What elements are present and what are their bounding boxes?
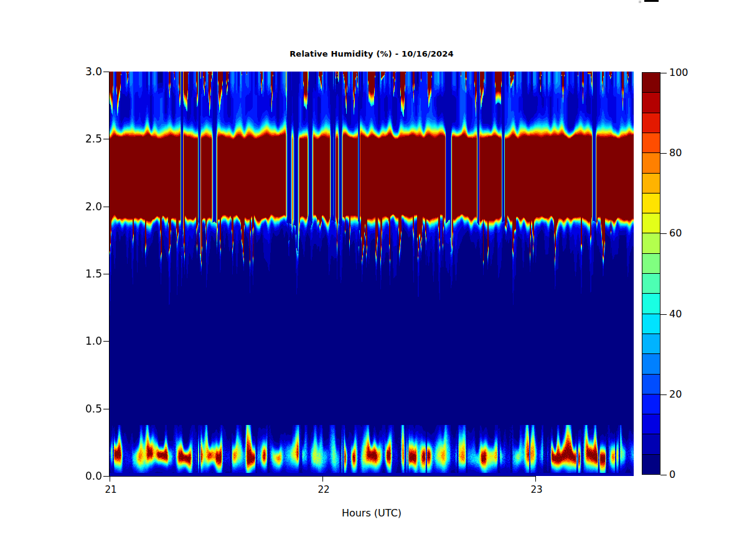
x-tick-label: 22 xyxy=(311,484,336,495)
colorbar-tick-label: 40 xyxy=(669,308,700,320)
y-tick-label: 0.5 xyxy=(65,403,102,415)
y-tick xyxy=(103,476,110,477)
colorbar-tick xyxy=(660,475,667,475)
colorbar-tick-label: 0 xyxy=(669,469,700,481)
chart-title: Relative Humidity (%) - 10/16/2024 xyxy=(110,49,634,58)
colorbar-tick xyxy=(660,233,667,234)
screenshot-root: Relative Humidity (%) - 10/16/2024 3.0 2… xyxy=(0,0,747,560)
colorbar-canvas xyxy=(642,72,660,475)
y-tick xyxy=(103,207,110,207)
y-tick xyxy=(103,274,110,274)
y-tick xyxy=(103,139,110,139)
colorbar-tick-label: 100 xyxy=(669,67,700,79)
y-tick-label: 3.0 xyxy=(65,65,102,78)
y-tick xyxy=(103,341,110,342)
x-tick-label: 23 xyxy=(524,484,549,495)
y-tick-label: 1.0 xyxy=(65,335,102,347)
top-edge-artifact-bar xyxy=(644,0,659,2)
y-tick-label: 0.0 xyxy=(65,470,102,482)
y-tick-label: 1.5 xyxy=(65,268,102,280)
y-tick-label: 2.5 xyxy=(65,133,102,145)
x-axis-title: Hours (UTC) xyxy=(110,507,634,519)
y-tick-label: 2.0 xyxy=(65,200,102,213)
colorbar-tick-label: 20 xyxy=(669,388,700,401)
y-tick xyxy=(103,409,110,409)
x-tick xyxy=(322,476,323,482)
top-edge-artifact-speck xyxy=(639,1,641,3)
colorbar-tick xyxy=(660,394,667,395)
x-tick xyxy=(535,476,536,482)
colorbar-tick xyxy=(660,153,667,154)
colorbar-tick xyxy=(660,73,667,73)
colorbar-tick xyxy=(660,314,667,315)
heatmap-canvas xyxy=(110,72,634,476)
y-tick xyxy=(103,72,110,72)
x-tick xyxy=(110,476,110,482)
x-tick-label: 21 xyxy=(98,484,123,495)
colorbar-tick-label: 60 xyxy=(669,227,700,240)
colorbar-tick-label: 80 xyxy=(669,147,700,159)
